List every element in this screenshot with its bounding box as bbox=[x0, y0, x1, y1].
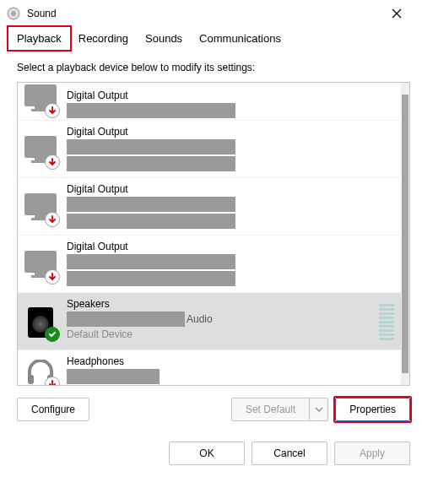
down-arrow-badge-icon bbox=[45, 154, 60, 170]
speaker-icon bbox=[23, 305, 58, 340]
device-row-selected[interactable]: Speakers Audio Default Device bbox=[18, 292, 401, 350]
redacted-text bbox=[67, 214, 235, 229]
redacted-text bbox=[67, 197, 235, 212]
device-name-label: Headphones bbox=[67, 355, 396, 367]
redacted-text bbox=[67, 254, 235, 269]
check-badge-icon bbox=[45, 327, 60, 342]
monitor-icon bbox=[23, 133, 58, 168]
redacted-text bbox=[67, 312, 185, 327]
device-name-label: Digital Output bbox=[67, 241, 396, 252]
set-default-group: Set Default bbox=[231, 398, 328, 421]
down-arrow-badge-icon bbox=[45, 269, 60, 285]
svg-rect-4 bbox=[28, 375, 34, 384]
svg-point-1 bbox=[11, 11, 16, 16]
monitor-icon bbox=[23, 83, 58, 117]
device-name-label: Digital Output bbox=[67, 183, 396, 195]
headphones-icon bbox=[23, 355, 58, 386]
titlebar: Sound bbox=[0, 0, 422, 27]
device-subline: Audio bbox=[67, 312, 376, 327]
device-status-label: Default Device bbox=[67, 328, 376, 340]
level-meter bbox=[376, 304, 396, 340]
down-arrow-badge-icon bbox=[45, 377, 60, 386]
window-title: Sound bbox=[27, 8, 378, 19]
set-default-button[interactable]: Set Default bbox=[231, 398, 310, 421]
scroll-thumb[interactable] bbox=[402, 95, 408, 373]
redacted-text bbox=[67, 271, 235, 286]
device-row[interactable]: Digital Output bbox=[18, 177, 401, 235]
sound-window-icon bbox=[7, 7, 20, 20]
device-row[interactable]: Digital Output bbox=[18, 120, 401, 177]
device-row[interactable]: Digital Output bbox=[18, 83, 401, 120]
tabs: Playback Recording Sounds Communications bbox=[0, 27, 422, 50]
tab-communications[interactable]: Communications bbox=[191, 27, 289, 50]
device-row[interactable]: Headphones bbox=[18, 350, 401, 385]
monitor-icon bbox=[23, 247, 58, 283]
redacted-text bbox=[67, 103, 235, 118]
set-default-dropdown[interactable] bbox=[310, 398, 328, 421]
apply-button[interactable]: Apply bbox=[334, 442, 410, 465]
scrollbar[interactable] bbox=[401, 83, 409, 385]
hint-text: Select a playback device below to modify… bbox=[17, 62, 410, 73]
device-name-label: Digital Output bbox=[67, 89, 396, 101]
down-arrow-badge-icon bbox=[45, 103, 60, 118]
device-name-label: Speakers bbox=[67, 298, 376, 310]
monitor-icon bbox=[23, 190, 58, 225]
cancel-button[interactable]: Cancel bbox=[252, 442, 327, 465]
configure-button[interactable]: Configure bbox=[17, 398, 89, 421]
redacted-text bbox=[67, 369, 160, 384]
tab-recording[interactable]: Recording bbox=[70, 27, 137, 50]
properties-button[interactable]: Properties bbox=[335, 398, 410, 421]
chevron-down-icon bbox=[315, 407, 323, 412]
device-name-label: Digital Output bbox=[67, 126, 396, 138]
redacted-text bbox=[67, 139, 235, 154]
tab-playback[interactable]: Playback bbox=[7, 25, 72, 51]
redacted-text bbox=[67, 156, 235, 171]
close-button[interactable] bbox=[378, 1, 415, 26]
down-arrow-badge-icon bbox=[45, 212, 60, 227]
ok-button[interactable]: OK bbox=[169, 442, 245, 465]
device-listbox: Digital Output Digital Output bbox=[17, 82, 410, 386]
tab-sounds[interactable]: Sounds bbox=[137, 27, 191, 50]
device-row[interactable]: Digital Output bbox=[18, 235, 401, 292]
